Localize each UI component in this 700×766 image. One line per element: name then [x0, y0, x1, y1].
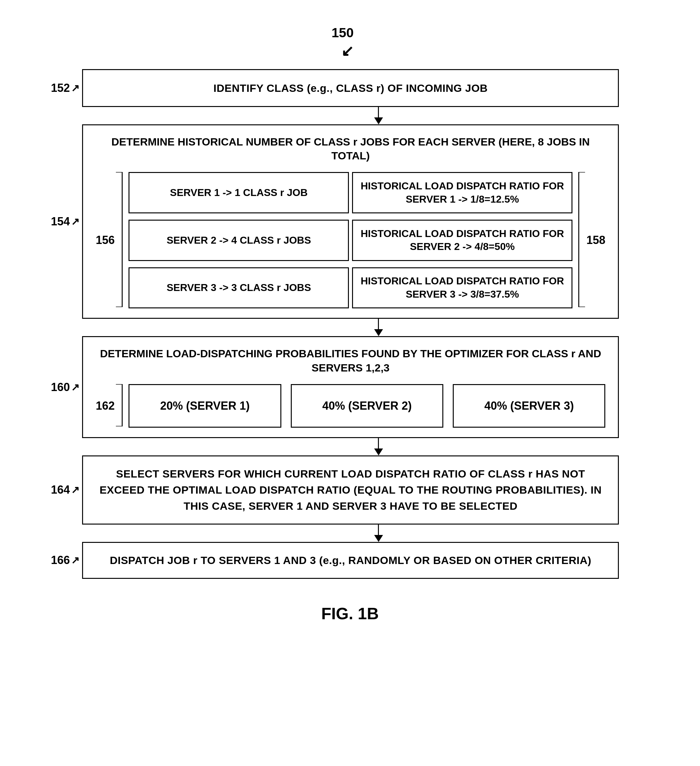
box-154-title: DETERMINE HISTORICAL NUMBER OF CLASS r J…	[96, 135, 605, 163]
bracket-156-left	[116, 172, 125, 309]
server-box-3: SERVER 3 -> 3 CLASS r JOBS	[128, 267, 349, 309]
label-160-arrow: ↗	[71, 381, 79, 393]
prob-boxes: 20% (SERVER 1) 40% (SERVER 2) 40% (SERVE…	[128, 384, 605, 428]
figure-number: 150	[331, 25, 354, 40]
row-164: 164 ↗ SELECT SERVERS FOR WHICH CURRENT L…	[50, 456, 650, 525]
box-164-content: SELECT SERVERS FOR WHICH CURRENT LOAD DI…	[82, 456, 619, 525]
server-box-1: SERVER 1 -> 1 CLASS r JOB	[128, 172, 349, 214]
label-154-text: 154	[51, 215, 70, 228]
figure-arrow: ↙	[341, 42, 354, 60]
bracket-162-left	[116, 384, 125, 428]
label-152: 152 ↗	[50, 81, 82, 95]
ratio-1-text: HISTORICAL LOAD DISPATCH RATIO FOR SERVE…	[358, 180, 567, 206]
bracket-156-area: 156	[96, 172, 125, 309]
label-164-text: 164	[51, 483, 70, 497]
prob-box-2: 40% (SERVER 2)	[291, 384, 443, 428]
bracket-162-svg	[116, 384, 125, 426]
row-166: 166 ↗ DISPATCH JOB r TO SERVERS 1 AND 3 …	[50, 542, 650, 579]
box-160-title: DETERMINE LOAD-DISPATCHING PROBABILITIES…	[96, 347, 605, 374]
box-160-inner: 162 20%	[96, 384, 605, 428]
server-1-text: SERVER 1 -> 1 CLASS r JOB	[170, 186, 307, 199]
row-154: 154 ↗ DETERMINE HISTORICAL NUMBER OF CLA…	[50, 124, 650, 319]
bracket-162-area: 162	[96, 384, 125, 428]
prob-box-1: 20% (SERVER 1)	[128, 384, 281, 428]
prob-box-3: 40% (SERVER 3)	[453, 384, 605, 428]
label-156: 156	[96, 234, 115, 247]
prob-3-text: 40% (SERVER 3)	[485, 399, 574, 413]
label-164-arrow: ↗	[71, 484, 79, 496]
ratio-box-3: HISTORICAL LOAD DISPATCH RATIO FOR SERVE…	[352, 267, 572, 309]
bracket-158-svg	[576, 172, 585, 307]
label-152-arrow: ↗	[71, 82, 79, 94]
bracket-156-svg	[116, 172, 125, 307]
figure-caption: FIG. 1B	[321, 604, 379, 623]
label-160-text: 160	[51, 381, 70, 394]
label-158: 158	[586, 234, 605, 247]
row-152: 152 ↗ IDENTIFY CLASS (e.g., CLASS r) OF …	[50, 69, 650, 107]
label-162: 162	[96, 399, 115, 413]
label-166-text: 166	[51, 554, 70, 567]
prob-1-text: 20% (SERVER 1)	[160, 399, 249, 413]
box-152: IDENTIFY CLASS (e.g., CLASS r) OF INCOMI…	[82, 69, 619, 107]
box-166: DISPATCH JOB r TO SERVERS 1 AND 3 (e.g.,…	[82, 542, 619, 579]
box-152-text: IDENTIFY CLASS (e.g., CLASS r) OF INCOMI…	[214, 81, 488, 95]
ratio-box-2: HISTORICAL LOAD DISPATCH RATIO FOR SERVE…	[352, 220, 572, 261]
label-152-text: 152	[51, 81, 70, 95]
bracket-158-area: 158	[576, 172, 605, 309]
server-box-2: SERVER 2 -> 4 CLASS r JOBS	[128, 220, 349, 261]
label-166: 166 ↗	[50, 554, 82, 567]
arrow-4	[110, 525, 647, 542]
box-154-inner: 156	[96, 172, 605, 309]
main-flow: 152 ↗ IDENTIFY CLASS (e.g., CLASS r) OF …	[0, 69, 700, 623]
label-154-arrow: ↗	[71, 215, 79, 228]
arrow-3	[110, 438, 647, 456]
row-160: 160 ↗ DETERMINE LOAD-DISPATCHING PROBABI…	[50, 336, 650, 438]
label-160: 160 ↗	[50, 381, 82, 394]
box-152-content: IDENTIFY CLASS (e.g., CLASS r) OF INCOMI…	[82, 69, 619, 107]
ratio-3-text: HISTORICAL LOAD DISPATCH RATIO FOR SERVE…	[358, 275, 567, 301]
box-160: DETERMINE LOAD-DISPATCHING PROBABILITIES…	[82, 336, 619, 438]
server-3-text: SERVER 3 -> 3 CLASS r JOBS	[167, 281, 311, 294]
prob-2-text: 40% (SERVER 2)	[322, 399, 412, 413]
box-166-text: DISPATCH JOB r TO SERVERS 1 AND 3 (e.g.,…	[110, 552, 591, 568]
page: 150 ↙ 152 ↗ IDENTIFY CLASS (e.g., CLASS …	[0, 0, 700, 766]
box-166-content: DISPATCH JOB r TO SERVERS 1 AND 3 (e.g.,…	[82, 542, 619, 579]
arrow-1	[110, 107, 647, 124]
box-154: DETERMINE HISTORICAL NUMBER OF CLASS r J…	[82, 124, 619, 319]
box-164: SELECT SERVERS FOR WHICH CURRENT LOAD DI…	[82, 456, 619, 525]
box-154-content: DETERMINE HISTORICAL NUMBER OF CLASS r J…	[82, 124, 619, 319]
bracket-158-right	[576, 172, 585, 309]
ratio-box-1: HISTORICAL LOAD DISPATCH RATIO FOR SERVE…	[352, 172, 572, 214]
ratio-2-text: HISTORICAL LOAD DISPATCH RATIO FOR SERVE…	[358, 227, 567, 253]
label-164: 164 ↗	[50, 483, 82, 497]
box-164-text: SELECT SERVERS FOR WHICH CURRENT LOAD DI…	[96, 466, 605, 514]
server-2-text: SERVER 2 -> 4 CLASS r JOBS	[167, 234, 311, 247]
server-jobs-column: SERVER 1 -> 1 CLASS r JOB SERVER 2 -> 4 …	[128, 172, 349, 309]
box-160-content: DETERMINE LOAD-DISPATCHING PROBABILITIES…	[82, 336, 619, 438]
label-154: 154 ↗	[50, 215, 82, 228]
label-166-arrow: ↗	[71, 554, 79, 566]
arrow-2	[110, 319, 647, 336]
dispatch-ratio-column: HISTORICAL LOAD DISPATCH RATIO FOR SERVE…	[352, 172, 572, 309]
